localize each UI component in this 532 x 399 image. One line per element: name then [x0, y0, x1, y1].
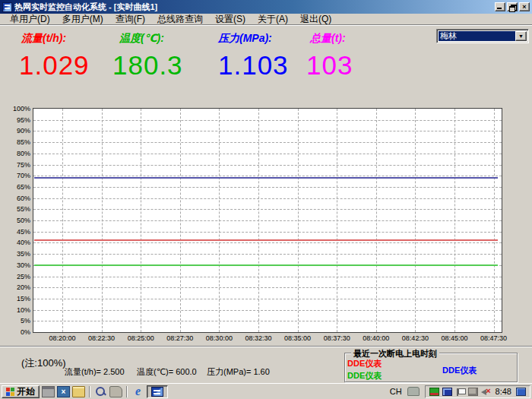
menu-item[interactable]: 关于(A): [252, 13, 294, 26]
gridline-v: [219, 109, 220, 332]
chevron-down-icon[interactable]: ▼: [515, 31, 527, 41]
desktop: { "window": { "title": "热网实时监控自动化系统 - [实…: [0, 0, 532, 399]
taskbar-separator: [126, 386, 128, 397]
y-axis-tick-label: 85%: [8, 138, 30, 146]
folder-icon[interactable]: [72, 386, 85, 397]
gridline-h: [33, 321, 502, 321]
stat-value: 1.103: [218, 50, 289, 81]
app-task-icon: [151, 387, 163, 397]
x-axis-tick-label: 08:37:30: [317, 334, 356, 342]
minimize-icon[interactable]: [495, 2, 505, 11]
device-icon[interactable]: [468, 388, 478, 396]
fullscale-item: 流量(t/h)= 2.500: [65, 366, 125, 378]
display-icon[interactable]: [516, 388, 526, 396]
series-line-流量(t/h): [34, 239, 498, 241]
fullscale-item: 温度(℃)= 600.0: [137, 366, 197, 378]
gridline-h: [33, 232, 502, 233]
flag-icon[interactable]: [455, 388, 465, 396]
network-icon[interactable]: [429, 388, 439, 396]
stat-label: 流量(t/h):: [21, 32, 66, 46]
system-tray: 8:48: [425, 385, 530, 398]
volume-muted-icon[interactable]: [481, 388, 491, 396]
y-axis-tick-label: 70%: [8, 172, 30, 179]
station-combobox[interactable]: 梅林 ▼: [436, 29, 529, 43]
menu-item[interactable]: 总线路查询: [151, 13, 209, 26]
menu-item[interactable]: 多用户(M): [56, 13, 109, 26]
footer-separator: [0, 346, 532, 347]
taskbar-separator: [89, 386, 90, 397]
gridline-h: [33, 209, 502, 210]
menu-item[interactable]: 查询(F): [109, 13, 151, 26]
y-axis-tick-label: 75%: [8, 161, 30, 169]
dde-indicator: DDE仪表: [347, 370, 382, 382]
y-axis-tick-label: 100%: [8, 105, 30, 112]
gridline-v: [141, 109, 141, 332]
y-axis-tick-label: 25%: [8, 273, 30, 280]
stat-value: 180.3: [112, 50, 183, 81]
y-axis-tick-label: 95%: [8, 116, 30, 124]
y-axis-tick-label: 10%: [8, 306, 30, 314]
taskbar: 开始 × e CH 8:48: [0, 383, 532, 399]
close-icon[interactable]: ×: [519, 2, 530, 11]
title-bar: 热网实时监控自动化系统 - [实时曲线1] ×: [0, 0, 532, 14]
x-axis-tick-label: 08:22:30: [82, 334, 122, 342]
gridline-h: [33, 287, 502, 288]
gridline-v: [376, 109, 377, 332]
y-axis-tick-label: 0%: [8, 328, 30, 336]
menu-item[interactable]: 设置(S): [209, 13, 252, 26]
fullscale-item: 压力(MPa)= 1.60: [207, 366, 270, 378]
gridline-h: [33, 142, 502, 143]
y-axis-tick-label: 15%: [8, 295, 30, 302]
app-x-icon[interactable]: ×: [57, 386, 70, 397]
stat-value: 1.029: [19, 50, 90, 81]
gridline-h: [33, 220, 502, 221]
y-axis-tick-label: 40%: [8, 239, 30, 246]
gridline-h: [33, 242, 502, 243]
active-app-task-button[interactable]: [147, 385, 168, 398]
gridline-v: [454, 109, 455, 332]
x-axis-tick-label: 08:40:00: [356, 334, 396, 342]
menu-bar: 单用户(D)多用户(M)查询(F)总线路查询设置(S)关于(A)退出(Q): [0, 14, 532, 25]
gridline-v: [62, 109, 63, 332]
window-controls: ×: [495, 2, 530, 11]
x-axis-tick-label: 08:20:00: [43, 334, 82, 342]
internet-explorer-icon[interactable]: e: [131, 386, 144, 397]
start-button[interactable]: 开始: [2, 385, 40, 398]
series-line-压力(MPa): [34, 177, 498, 179]
y-axis-tick-label: 30%: [8, 261, 30, 269]
dde-indicator: DDE仪表: [347, 358, 382, 369]
pointer-icon[interactable]: [109, 386, 122, 397]
gridline-h: [33, 154, 502, 154]
gridline-v: [102, 109, 103, 332]
gridline-h: [33, 120, 502, 121]
series-line-温度(℃): [34, 264, 498, 266]
x-axis-tick-label: 08:30:00: [199, 334, 239, 342]
gridline-v: [494, 109, 495, 332]
y-axis-tick-label: 5%: [8, 317, 30, 325]
x-axis-tick-label: 08:25:00: [121, 334, 160, 342]
gridline-h: [33, 176, 502, 176]
restore-icon[interactable]: [507, 2, 518, 11]
desktop-shortcut-icon[interactable]: [42, 386, 55, 397]
ime-icon[interactable]: [407, 387, 420, 396]
y-axis-tick-label: 50%: [8, 217, 30, 224]
input-language-indicator[interactable]: CH: [387, 387, 405, 396]
gridline-v: [258, 109, 259, 332]
stat-label: 温度(℃):: [119, 32, 164, 46]
app-tray-icon[interactable]: [442, 388, 452, 396]
menu-item[interactable]: 退出(Q): [294, 13, 337, 26]
app-icon: [2, 2, 12, 12]
x-axis-tick-label: 08:32:30: [239, 334, 278, 342]
search-icon[interactable]: [94, 386, 107, 397]
gridline-v: [180, 109, 181, 332]
y-axis-tick-label: 80%: [8, 150, 30, 157]
menu-item[interactable]: 单用户(D): [4, 13, 56, 26]
gridline-h: [33, 310, 502, 311]
y-axis-tick-label: 65%: [8, 183, 30, 191]
clock[interactable]: 8:48: [494, 387, 513, 396]
y-axis-tick-label: 60%: [8, 195, 30, 202]
x-axis-tick-label: 08:42:30: [395, 334, 435, 342]
dde-indicator: DDE仪表: [442, 365, 477, 376]
windows-logo-icon: [6, 388, 14, 396]
gridline-v: [415, 109, 416, 332]
